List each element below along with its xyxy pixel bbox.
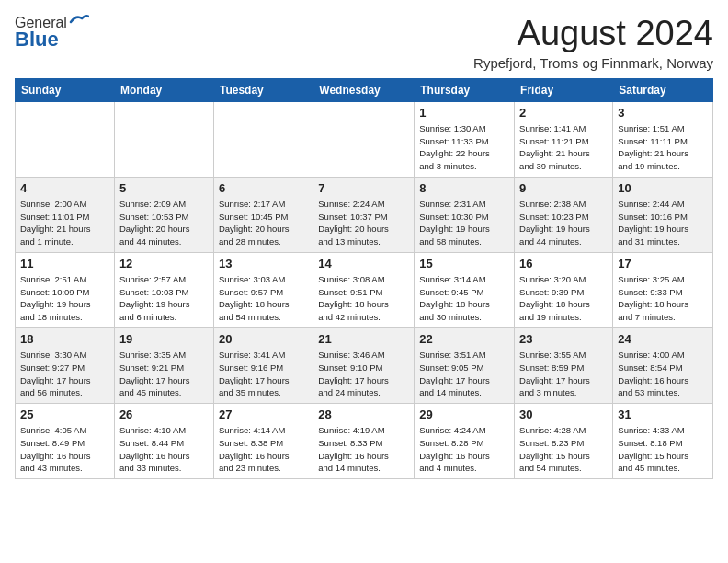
day-info: Sunrise: 3:30 AM Sunset: 9:27 PM Dayligh… bbox=[20, 349, 109, 399]
day-number: 28 bbox=[318, 408, 409, 421]
day-info: Sunrise: 4:10 AM Sunset: 8:44 PM Dayligh… bbox=[119, 424, 209, 475]
day-number: 7 bbox=[318, 181, 409, 195]
day-number: 18 bbox=[20, 332, 109, 346]
day-number: 26 bbox=[119, 408, 209, 421]
day-number: 27 bbox=[219, 408, 308, 421]
day-info: Sunrise: 3:41 AM Sunset: 9:16 PM Dayligh… bbox=[219, 349, 308, 399]
calendar-cell: 6Sunrise: 2:17 AM Sunset: 10:45 PM Dayli… bbox=[213, 177, 313, 252]
calendar-cell: 14Sunrise: 3:08 AM Sunset: 9:51 PM Dayli… bbox=[313, 252, 415, 327]
day-number: 22 bbox=[419, 332, 509, 346]
day-info: Sunrise: 3:55 AM Sunset: 8:59 PM Dayligh… bbox=[519, 349, 608, 399]
calendar-cell: 23Sunrise: 3:55 AM Sunset: 8:59 PM Dayli… bbox=[515, 327, 613, 403]
day-number: 5 bbox=[119, 181, 209, 195]
day-number: 4 bbox=[20, 181, 109, 195]
day-info: Sunrise: 2:57 AM Sunset: 10:03 PM Daylig… bbox=[119, 273, 209, 324]
day-number: 24 bbox=[618, 332, 708, 346]
calendar-cell: 24Sunrise: 4:00 AM Sunset: 8:54 PM Dayli… bbox=[613, 327, 713, 403]
day-info: Sunrise: 1:51 AM Sunset: 11:11 PM Daylig… bbox=[618, 122, 708, 173]
day-info: Sunrise: 4:28 AM Sunset: 8:23 PM Dayligh… bbox=[519, 424, 608, 475]
calendar-cell: 25Sunrise: 4:05 AM Sunset: 8:49 PM Dayli… bbox=[16, 404, 115, 479]
day-info: Sunrise: 4:14 AM Sunset: 8:38 PM Dayligh… bbox=[219, 424, 308, 475]
day-number: 15 bbox=[419, 257, 509, 270]
weekday-header-row: SundayMondayTuesdayWednesdayThursdayFrid… bbox=[16, 78, 713, 101]
calendar-week-row: 25Sunrise: 4:05 AM Sunset: 8:49 PM Dayli… bbox=[16, 404, 713, 479]
calendar-cell: 22Sunrise: 3:51 AM Sunset: 9:05 PM Dayli… bbox=[415, 327, 515, 403]
weekday-header-tuesday: Tuesday bbox=[213, 78, 313, 101]
day-info: Sunrise: 1:30 AM Sunset: 11:33 PM Daylig… bbox=[419, 122, 509, 173]
weekday-header-sunday: Sunday bbox=[16, 78, 115, 101]
calendar-table: SundayMondayTuesdayWednesdayThursdayFrid… bbox=[15, 78, 713, 479]
day-info: Sunrise: 3:08 AM Sunset: 9:51 PM Dayligh… bbox=[318, 273, 409, 324]
day-info: Sunrise: 2:44 AM Sunset: 10:16 PM Daylig… bbox=[618, 198, 708, 248]
day-number: 9 bbox=[519, 181, 608, 195]
calendar-cell: 18Sunrise: 3:30 AM Sunset: 9:27 PM Dayli… bbox=[16, 327, 115, 403]
day-info: Sunrise: 3:51 AM Sunset: 9:05 PM Dayligh… bbox=[419, 349, 509, 399]
calendar-cell: 10Sunrise: 2:44 AM Sunset: 10:16 PM Dayl… bbox=[613, 177, 713, 252]
day-number: 2 bbox=[519, 106, 608, 120]
month-title: August 2024 bbox=[473, 15, 713, 53]
day-info: Sunrise: 3:46 AM Sunset: 9:10 PM Dayligh… bbox=[318, 349, 409, 399]
calendar-cell: 17Sunrise: 3:25 AM Sunset: 9:33 PM Dayli… bbox=[613, 252, 713, 327]
calendar-cell bbox=[16, 101, 115, 177]
day-number: 3 bbox=[618, 106, 708, 120]
day-number: 21 bbox=[318, 332, 409, 346]
calendar-cell: 31Sunrise: 4:33 AM Sunset: 8:18 PM Dayli… bbox=[613, 404, 713, 479]
day-number: 19 bbox=[119, 332, 209, 346]
day-info: Sunrise: 2:51 AM Sunset: 10:09 PM Daylig… bbox=[20, 273, 109, 324]
page-header: General Blue August 2024 Rypefjord, Trom… bbox=[15, 15, 713, 71]
location-subtitle: Rypefjord, Troms og Finnmark, Norway bbox=[473, 55, 713, 71]
title-block: August 2024 Rypefjord, Troms og Finnmark… bbox=[473, 15, 713, 71]
day-info: Sunrise: 2:00 AM Sunset: 11:01 PM Daylig… bbox=[20, 198, 109, 248]
weekday-header-wednesday: Wednesday bbox=[313, 78, 415, 101]
day-number: 8 bbox=[419, 181, 509, 195]
calendar-cell bbox=[213, 101, 313, 177]
day-info: Sunrise: 4:33 AM Sunset: 8:18 PM Dayligh… bbox=[618, 424, 708, 475]
day-info: Sunrise: 2:38 AM Sunset: 10:23 PM Daylig… bbox=[519, 198, 608, 248]
day-info: Sunrise: 2:24 AM Sunset: 10:37 PM Daylig… bbox=[318, 198, 409, 248]
calendar-cell: 3Sunrise: 1:51 AM Sunset: 11:11 PM Dayli… bbox=[613, 101, 713, 177]
calendar-cell: 5Sunrise: 2:09 AM Sunset: 10:53 PM Dayli… bbox=[114, 177, 213, 252]
day-info: Sunrise: 4:19 AM Sunset: 8:33 PM Dayligh… bbox=[318, 424, 409, 475]
day-info: Sunrise: 4:05 AM Sunset: 8:49 PM Dayligh… bbox=[20, 424, 109, 475]
calendar-cell: 20Sunrise: 3:41 AM Sunset: 9:16 PM Dayli… bbox=[213, 327, 313, 403]
calendar-cell: 15Sunrise: 3:14 AM Sunset: 9:45 PM Dayli… bbox=[415, 252, 515, 327]
day-number: 23 bbox=[519, 332, 608, 346]
calendar-cell: 9Sunrise: 2:38 AM Sunset: 10:23 PM Dayli… bbox=[515, 177, 613, 252]
calendar-week-row: 4Sunrise: 2:00 AM Sunset: 11:01 PM Dayli… bbox=[16, 177, 713, 252]
calendar-cell: 1Sunrise: 1:30 AM Sunset: 11:33 PM Dayli… bbox=[415, 101, 515, 177]
day-number: 14 bbox=[318, 257, 409, 270]
logo-bird-icon bbox=[69, 13, 89, 29]
calendar-cell: 4Sunrise: 2:00 AM Sunset: 11:01 PM Dayli… bbox=[16, 177, 115, 252]
calendar-cell: 27Sunrise: 4:14 AM Sunset: 8:38 PM Dayli… bbox=[213, 404, 313, 479]
day-info: Sunrise: 1:41 AM Sunset: 11:21 PM Daylig… bbox=[519, 122, 608, 173]
calendar-body: 1Sunrise: 1:30 AM Sunset: 11:33 PM Dayli… bbox=[16, 101, 713, 478]
calendar-cell: 13Sunrise: 3:03 AM Sunset: 9:57 PM Dayli… bbox=[213, 252, 313, 327]
calendar-cell: 8Sunrise: 2:31 AM Sunset: 10:30 PM Dayli… bbox=[415, 177, 515, 252]
day-number: 30 bbox=[519, 408, 608, 421]
day-number: 12 bbox=[119, 257, 209, 270]
day-info: Sunrise: 2:31 AM Sunset: 10:30 PM Daylig… bbox=[419, 198, 509, 248]
day-number: 20 bbox=[219, 332, 308, 346]
logo: General Blue bbox=[15, 15, 89, 52]
day-number: 25 bbox=[20, 408, 109, 421]
calendar-cell bbox=[114, 101, 213, 177]
day-number: 17 bbox=[618, 257, 708, 270]
day-number: 29 bbox=[419, 408, 509, 421]
calendar-cell: 26Sunrise: 4:10 AM Sunset: 8:44 PM Dayli… bbox=[114, 404, 213, 479]
calendar-week-row: 18Sunrise: 3:30 AM Sunset: 9:27 PM Dayli… bbox=[16, 327, 713, 403]
day-info: Sunrise: 2:09 AM Sunset: 10:53 PM Daylig… bbox=[119, 198, 209, 248]
calendar-cell: 19Sunrise: 3:35 AM Sunset: 9:21 PM Dayli… bbox=[114, 327, 213, 403]
day-number: 31 bbox=[618, 408, 708, 421]
calendar-cell: 29Sunrise: 4:24 AM Sunset: 8:28 PM Dayli… bbox=[415, 404, 515, 479]
weekday-header-saturday: Saturday bbox=[613, 78, 713, 101]
day-info: Sunrise: 4:00 AM Sunset: 8:54 PM Dayligh… bbox=[618, 349, 708, 399]
weekday-header-thursday: Thursday bbox=[415, 78, 515, 101]
calendar-cell: 12Sunrise: 2:57 AM Sunset: 10:03 PM Dayl… bbox=[114, 252, 213, 327]
calendar-cell: 21Sunrise: 3:46 AM Sunset: 9:10 PM Dayli… bbox=[313, 327, 415, 403]
calendar-cell: 28Sunrise: 4:19 AM Sunset: 8:33 PM Dayli… bbox=[313, 404, 415, 479]
calendar-cell bbox=[313, 101, 415, 177]
day-info: Sunrise: 3:25 AM Sunset: 9:33 PM Dayligh… bbox=[618, 273, 708, 324]
logo-blue-text: Blue bbox=[15, 28, 59, 52]
day-number: 11 bbox=[20, 257, 109, 270]
day-number: 16 bbox=[519, 257, 608, 270]
